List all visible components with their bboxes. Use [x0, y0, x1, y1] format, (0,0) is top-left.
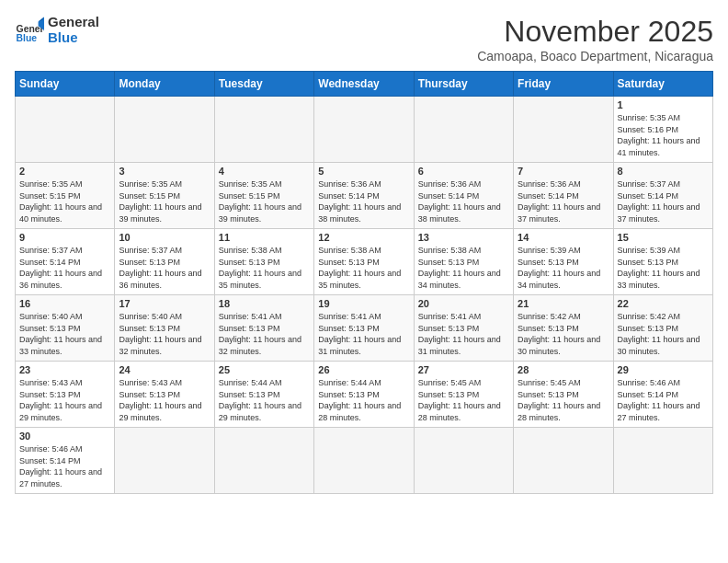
day-cell-5: 5Sunrise: 5:36 AMSunset: 5:14 PMDaylight…	[314, 163, 414, 229]
day-cell-12: 12Sunrise: 5:38 AMSunset: 5:13 PMDayligh…	[314, 229, 414, 295]
day-info-15: Sunrise: 5:39 AMSunset: 5:13 PMDaylight:…	[618, 245, 709, 291]
day-cell-22: 22Sunrise: 5:42 AMSunset: 5:13 PMDayligh…	[613, 295, 712, 362]
day-cell-18: 18Sunrise: 5:41 AMSunset: 5:13 PMDayligh…	[214, 295, 313, 362]
day-number-25: 25	[219, 364, 310, 375]
day-info-27: Sunrise: 5:45 AMSunset: 5:13 PMDaylight:…	[418, 377, 509, 423]
month-title: November 2025	[477, 15, 713, 49]
day-info-6: Sunrise: 5:36 AMSunset: 5:14 PMDaylight:…	[418, 178, 509, 224]
calendar-row-4: 16Sunrise: 5:40 AMSunset: 5:13 PMDayligh…	[16, 295, 713, 362]
day-cell-4: 4Sunrise: 5:35 AMSunset: 5:15 PMDaylight…	[214, 163, 313, 229]
day-cell-2: 2Sunrise: 5:35 AMSunset: 5:15 PMDaylight…	[16, 163, 115, 229]
day-number-19: 19	[318, 298, 409, 309]
day-cell-13: 13Sunrise: 5:38 AMSunset: 5:13 PMDayligh…	[414, 229, 513, 295]
day-number-10: 10	[119, 232, 210, 243]
day-number-5: 5	[318, 166, 409, 177]
day-number-1: 1	[618, 99, 709, 110]
day-info-17: Sunrise: 5:40 AMSunset: 5:13 PMDaylight:…	[119, 311, 210, 357]
empty-cell	[314, 428, 414, 494]
day-info-30: Sunrise: 5:46 AMSunset: 5:14 PMDaylight:…	[19, 443, 110, 489]
day-cell-1: 1Sunrise: 5:35 AMSunset: 5:16 PMDaylight…	[613, 97, 712, 163]
empty-cell	[115, 97, 214, 163]
day-number-17: 17	[119, 298, 210, 309]
empty-cell	[514, 97, 613, 163]
logo: General Blue General Blue	[15, 15, 99, 45]
empty-cell	[314, 97, 414, 163]
day-info-4: Sunrise: 5:35 AMSunset: 5:15 PMDaylight:…	[219, 178, 310, 224]
day-number-13: 13	[418, 232, 509, 243]
day-info-23: Sunrise: 5:43 AMSunset: 5:13 PMDaylight:…	[19, 377, 110, 423]
day-info-24: Sunrise: 5:43 AMSunset: 5:13 PMDaylight:…	[119, 377, 210, 423]
day-number-14: 14	[518, 232, 609, 243]
header-sunday: Sunday	[16, 72, 115, 97]
day-cell-3: 3Sunrise: 5:35 AMSunset: 5:15 PMDaylight…	[115, 163, 214, 229]
day-info-22: Sunrise: 5:42 AMSunset: 5:13 PMDaylight:…	[618, 311, 709, 357]
day-number-20: 20	[418, 298, 509, 309]
calendar: Sunday Monday Tuesday Wednesday Thursday…	[15, 71, 713, 494]
day-number-4: 4	[219, 166, 310, 177]
calendar-row-2: 2Sunrise: 5:35 AMSunset: 5:15 PMDaylight…	[16, 163, 713, 229]
calendar-row-3: 9Sunrise: 5:37 AMSunset: 5:14 PMDaylight…	[16, 229, 713, 295]
day-number-21: 21	[518, 298, 609, 309]
day-number-28: 28	[518, 364, 609, 375]
header-saturday: Saturday	[613, 72, 712, 97]
day-info-19: Sunrise: 5:41 AMSunset: 5:13 PMDaylight:…	[318, 311, 409, 357]
day-info-25: Sunrise: 5:44 AMSunset: 5:13 PMDaylight:…	[219, 377, 310, 423]
svg-text:Blue: Blue	[17, 33, 38, 43]
day-info-5: Sunrise: 5:36 AMSunset: 5:14 PMDaylight:…	[318, 178, 409, 224]
header-thursday: Thursday	[414, 72, 513, 97]
day-info-9: Sunrise: 5:37 AMSunset: 5:14 PMDaylight:…	[19, 245, 110, 291]
day-cell-17: 17Sunrise: 5:40 AMSunset: 5:13 PMDayligh…	[115, 295, 214, 362]
title-block: November 2025 Camoapa, Boaco Department,…	[477, 15, 713, 63]
day-number-27: 27	[418, 364, 509, 375]
day-info-16: Sunrise: 5:40 AMSunset: 5:13 PMDaylight:…	[19, 311, 110, 357]
header-friday: Friday	[514, 72, 613, 97]
day-info-14: Sunrise: 5:39 AMSunset: 5:13 PMDaylight:…	[518, 245, 609, 291]
day-number-11: 11	[219, 232, 310, 243]
day-info-20: Sunrise: 5:41 AMSunset: 5:13 PMDaylight:…	[418, 311, 509, 357]
day-info-18: Sunrise: 5:41 AMSunset: 5:13 PMDaylight:…	[219, 311, 310, 357]
day-cell-10: 10Sunrise: 5:37 AMSunset: 5:13 PMDayligh…	[115, 229, 214, 295]
day-cell-24: 24Sunrise: 5:43 AMSunset: 5:13 PMDayligh…	[115, 362, 214, 428]
header-wednesday: Wednesday	[314, 72, 414, 97]
header: General Blue General Blue November 2025 …	[15, 15, 713, 63]
day-cell-14: 14Sunrise: 5:39 AMSunset: 5:13 PMDayligh…	[514, 229, 613, 295]
day-number-6: 6	[418, 166, 509, 177]
logo-icon: General Blue	[15, 16, 44, 45]
day-info-7: Sunrise: 5:36 AMSunset: 5:14 PMDaylight:…	[518, 178, 609, 224]
day-cell-28: 28Sunrise: 5:45 AMSunset: 5:13 PMDayligh…	[514, 362, 613, 428]
day-info-1: Sunrise: 5:35 AMSunset: 5:16 PMDaylight:…	[618, 112, 709, 158]
day-cell-27: 27Sunrise: 5:45 AMSunset: 5:13 PMDayligh…	[414, 362, 513, 428]
empty-cell	[115, 428, 214, 494]
empty-cell	[214, 97, 313, 163]
day-info-3: Sunrise: 5:35 AMSunset: 5:15 PMDaylight:…	[119, 178, 210, 224]
day-number-26: 26	[318, 364, 409, 375]
empty-cell	[414, 428, 513, 494]
day-cell-21: 21Sunrise: 5:42 AMSunset: 5:13 PMDayligh…	[514, 295, 613, 362]
location-title: Camoapa, Boaco Department, Nicaragua	[477, 49, 713, 63]
empty-cell	[613, 428, 712, 494]
day-cell-20: 20Sunrise: 5:41 AMSunset: 5:13 PMDayligh…	[414, 295, 513, 362]
header-tuesday: Tuesday	[214, 72, 313, 97]
day-cell-29: 29Sunrise: 5:46 AMSunset: 5:14 PMDayligh…	[613, 362, 712, 428]
day-info-26: Sunrise: 5:44 AMSunset: 5:13 PMDaylight:…	[318, 377, 409, 423]
day-info-28: Sunrise: 5:45 AMSunset: 5:13 PMDaylight:…	[518, 377, 609, 423]
calendar-row-5: 23Sunrise: 5:43 AMSunset: 5:13 PMDayligh…	[16, 362, 713, 428]
day-number-9: 9	[19, 232, 110, 243]
day-info-11: Sunrise: 5:38 AMSunset: 5:13 PMDaylight:…	[219, 245, 310, 291]
day-number-7: 7	[518, 166, 609, 177]
day-cell-15: 15Sunrise: 5:39 AMSunset: 5:13 PMDayligh…	[613, 229, 712, 295]
empty-cell	[214, 428, 313, 494]
day-info-2: Sunrise: 5:35 AMSunset: 5:15 PMDaylight:…	[19, 178, 110, 224]
day-number-15: 15	[618, 232, 709, 243]
day-number-24: 24	[119, 364, 210, 375]
header-monday: Monday	[115, 72, 214, 97]
day-number-30: 30	[19, 431, 110, 442]
day-cell-9: 9Sunrise: 5:37 AMSunset: 5:14 PMDaylight…	[16, 229, 115, 295]
day-cell-11: 11Sunrise: 5:38 AMSunset: 5:13 PMDayligh…	[214, 229, 313, 295]
day-number-22: 22	[618, 298, 709, 309]
day-info-13: Sunrise: 5:38 AMSunset: 5:13 PMDaylight:…	[418, 245, 509, 291]
day-info-12: Sunrise: 5:38 AMSunset: 5:13 PMDaylight:…	[318, 245, 409, 291]
day-cell-26: 26Sunrise: 5:44 AMSunset: 5:13 PMDayligh…	[314, 362, 414, 428]
calendar-row-6: 30Sunrise: 5:46 AMSunset: 5:14 PMDayligh…	[16, 428, 713, 494]
day-number-23: 23	[19, 364, 110, 375]
